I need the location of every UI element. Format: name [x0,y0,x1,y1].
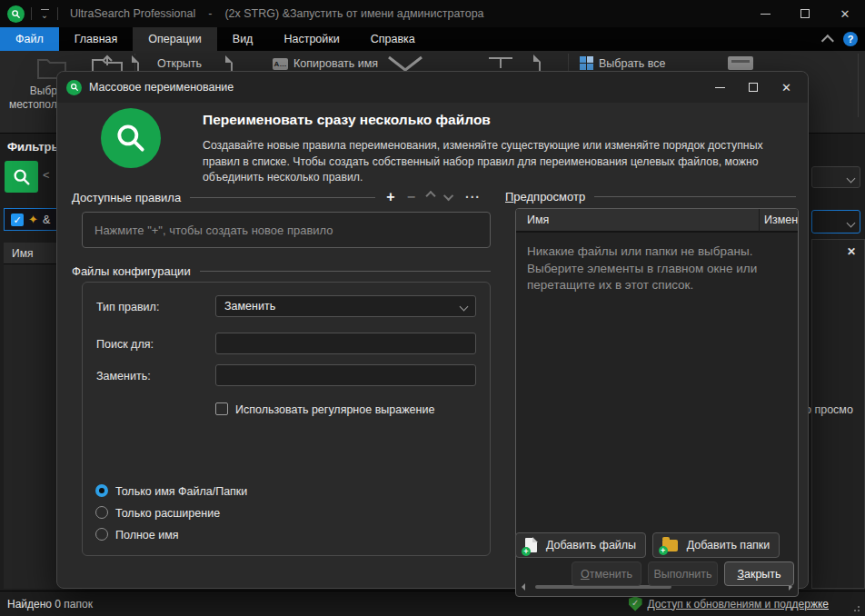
replace-input[interactable] [215,364,476,386]
tab-file[interactable]: Файл [0,27,59,51]
sparkle-icon: ✦ [28,214,38,225]
mass-rename-dialog: Массовое переименование ✕ Переименовать … [56,71,809,589]
add-files-button[interactable]: + Добавить файлы [515,532,646,558]
regex-checkbox[interactable] [215,402,228,415]
tab-settings[interactable]: Настройки [268,27,354,51]
rules-toolbar: + − ··· [386,190,481,204]
window-title: UltraSearch Professional - (2x STRG) &За… [70,7,484,20]
add-rule-button[interactable]: + [386,190,394,204]
updates-link[interactable]: Доступ к обновлениям и поддержке [648,598,829,611]
right-dropdown-top[interactable] [811,166,860,188]
rules-section-header: Доступные правила + − ··· [72,190,481,204]
dialog-close-button[interactable]: ✕ [781,81,791,94]
cancel-button[interactable]: Отменить [572,561,641,586]
column-header-changed[interactable]: Измен [760,214,798,226]
radio-name-only[interactable] [95,484,108,497]
close-dialog-button[interactable]: Закрыть [724,561,794,586]
preview-section-title: Предпросмотр [505,190,585,204]
tab-home[interactable]: Главная [59,27,134,51]
replace-label: Заменить: [96,370,151,383]
search-for-label: Поиск для: [96,338,154,351]
select-all-button[interactable]: Выбрать все [599,57,666,70]
rule-type-value: Заменить [224,300,275,313]
dialog-minimize-button[interactable] [715,87,725,88]
titlebar-divider [31,7,32,20]
right-dropdown-focused[interactable] [811,210,860,233]
collapse-filter-icon[interactable]: < [43,168,50,182]
close-pane-icon[interactable]: ✕ [847,245,856,258]
dialog-maximize-button[interactable] [749,83,758,92]
quick-access-dropdown-icon[interactable]: ⌄ [38,9,51,19]
section-rule [594,196,796,197]
help-icon[interactable]: ? [843,32,858,46]
scroll-left-icon[interactable] [518,583,525,591]
maximize-button[interactable] [785,0,825,27]
app-name: UltraSearch Professional [70,7,195,20]
screen: ⌄ UltraSearch Professional - (2x STRG) &… [0,0,865,616]
move-rule-down-button[interactable] [443,191,453,201]
radio-full-name[interactable] [95,528,108,541]
folder-plus-icon: + [662,540,678,551]
tab-help[interactable]: Справка [355,27,431,51]
rules-list[interactable]: Нажмите "+", чтобы создать новое правило [82,212,491,248]
remove-rule-button[interactable]: − [407,190,415,204]
file-plus-icon: + [525,538,537,552]
tab-view[interactable]: Вид [217,27,269,51]
filter-checkbox-checked[interactable]: ✓ [11,214,24,226]
rename-icon[interactable] [489,56,512,69]
copy-name-button[interactable]: Копировать имя [293,57,378,70]
run-button[interactable]: Выполнить [648,561,718,586]
regex-label: Использовать регулярное выражение [235,403,434,416]
config-section-title: Файлы конфигурации [72,264,191,278]
section-rule [200,271,491,272]
task-title: (2x STRG) &Запустить от имени администра… [224,7,483,20]
close-label: Закрыть [737,568,780,581]
title-dash: - [208,7,212,20]
dialog-app-icon [66,80,82,95]
app-logo-icon [7,5,25,23]
window-controls: ✕ [745,0,865,27]
close-button[interactable]: ✕ [825,0,865,27]
preview-table-header: Имя Измен [516,209,798,233]
resize-grip[interactable] [850,602,860,611]
search-for-input[interactable] [215,333,476,354]
radio-full-name-label: Полное имя [115,529,179,541]
tab-operations[interactable]: Операции [133,27,216,51]
chevron-down-icon[interactable] [385,55,425,73]
filter-pattern-text: & [43,214,50,226]
rule-type-select[interactable]: Заменить [215,295,476,317]
rules-list-placeholder: Нажмите "+", чтобы создать новое правило [94,224,333,237]
select-all-icon [580,56,593,70]
dialog-window-controls: ✕ [715,81,808,94]
status-right: ✓ Доступ к обновлениям и поддержке [629,597,829,611]
preview-empty-text: Никакие файлы или папки не выбраны. Выбе… [527,243,790,294]
file-icon[interactable] [539,55,541,72]
dialog-heading: Переименовать сразу несколько файлов [203,112,491,128]
add-files-label: Добавить файлы [546,539,636,551]
more-options-button[interactable]: ··· [465,191,481,204]
main-titlebar: ⌄ UltraSearch Professional - (2x STRG) &… [0,0,865,27]
search-button[interactable] [5,161,38,193]
dialog-description: Создавайте новые правила переименования,… [203,138,784,186]
radio-extension-only[interactable] [95,506,108,519]
add-folders-button[interactable]: + Добавить папки [652,532,780,558]
run-label: Выполнить [653,568,711,581]
filters-title: Фильтры [7,140,62,154]
titlebar-divider [57,7,58,20]
dialog-titlebar: Массовое переименование ✕ [57,72,808,103]
search-icon [12,167,32,187]
move-rule-up-button[interactable] [425,191,435,201]
rule-type-label: Тип правил: [96,301,159,313]
chevron-down-icon [460,303,469,312]
chevron-down-icon [847,174,856,184]
column-header-name[interactable]: Имя [527,214,759,226]
rules-section-title: Доступные правила [72,191,181,204]
panel-icon[interactable] [728,56,753,70]
cancel-label: Отменить [581,568,632,581]
open-button[interactable]: Открыть [157,57,202,70]
collapse-ribbon-icon[interactable] [821,35,834,47]
minimize-button[interactable] [745,0,785,27]
radio-extension-only-label: Только расширение [115,507,220,520]
preview-pane-clipped-text: о просмо [805,403,853,416]
section-rule [190,197,375,198]
